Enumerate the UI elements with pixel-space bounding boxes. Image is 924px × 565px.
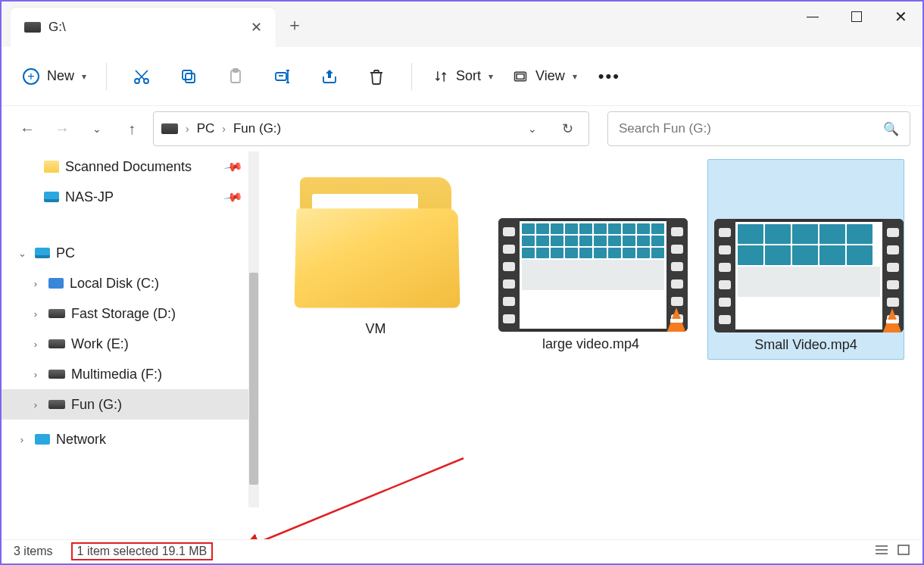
video-item[interactable]: large video.mp4 <box>492 159 689 358</box>
status-bar: 3 items 1 item selected 19.1 MB <box>3 539 921 562</box>
chevron-down-icon[interactable]: ⌄ <box>15 248 29 259</box>
chevron-right-icon[interactable]: › <box>29 308 42 320</box>
sidebar-item-pc[interactable]: ⌄ PC <box>2 238 259 268</box>
new-button[interactable]: + New ▾ <box>18 62 91 91</box>
pc-icon <box>35 248 50 258</box>
nav-bar: ← → ⌄ ↑ › PC › Fun (G:) ⌄ ↻ Search Fun (… <box>2 106 922 151</box>
svg-point-0 <box>135 79 139 83</box>
network-icon <box>35 434 50 445</box>
drive-icon <box>48 370 65 379</box>
chevron-right-icon[interactable]: › <box>29 339 42 350</box>
drive-icon <box>24 22 41 33</box>
search-placeholder: Search Fun (G:) <box>619 121 711 136</box>
delete-button[interactable] <box>357 61 396 92</box>
plus-icon: + <box>23 68 39 85</box>
tab-current[interactable]: G:\ ✕ <box>11 8 276 47</box>
status-item-count: 3 items <box>14 545 53 558</box>
scrollbar-thumb[interactable] <box>249 273 258 485</box>
sidebar: Scanned Documents 📌 NAS-JP 📌 ⌄ PC › Loca… <box>2 151 259 551</box>
pin-icon[interactable]: 📌 <box>223 186 243 207</box>
paste-button[interactable] <box>216 61 255 92</box>
scrollbar[interactable] <box>248 151 259 507</box>
sidebar-item-work-e[interactable]: › Work (E:) <box>2 329 259 359</box>
folder-icon <box>292 173 459 317</box>
sidebar-item-multimedia-f[interactable]: › Multimedia (F:) <box>2 359 259 389</box>
back-button[interactable]: ← <box>14 115 41 142</box>
chevron-right-icon[interactable]: › <box>222 123 226 135</box>
video-item-selected[interactable]: Small Video.mp4 <box>707 159 904 360</box>
rename-button[interactable] <box>263 61 302 92</box>
drive-icon <box>48 278 64 289</box>
share-button[interactable] <box>310 61 349 92</box>
forward-button[interactable]: → <box>48 115 76 142</box>
sidebar-item-fun-g[interactable]: › Fun (G:) <box>2 389 259 420</box>
svg-rect-13 <box>898 545 909 554</box>
search-input[interactable]: Search Fun (G:) 🔍 <box>607 111 910 146</box>
refresh-button[interactable]: ↻ <box>554 115 581 142</box>
folder-item[interactable]: VM <box>277 159 474 343</box>
svg-point-1 <box>144 79 148 83</box>
vlc-cone-icon <box>662 304 688 332</box>
folder-icon <box>44 161 59 173</box>
cut-button[interactable] <box>122 61 161 92</box>
vlc-cone-icon <box>878 305 904 332</box>
breadcrumb-drive[interactable]: Fun (G:) <box>233 121 281 136</box>
sidebar-item-local-disk-c[interactable]: › Local Disk (C:) <box>2 268 259 298</box>
minimize-button[interactable]: — <box>791 2 835 32</box>
chevron-right-icon[interactable]: › <box>15 434 29 445</box>
view-button[interactable]: View ▾ <box>507 68 583 84</box>
file-grid[interactable]: VM large video.mp4 <box>259 151 922 551</box>
svg-rect-3 <box>183 70 192 80</box>
chevron-down-icon: ▾ <box>489 71 493 82</box>
drive-icon <box>48 309 65 318</box>
tab-close-button[interactable]: ✕ <box>251 19 262 36</box>
sidebar-item-scanned-documents[interactable]: Scanned Documents 📌 <box>2 151 259 182</box>
svg-rect-2 <box>186 73 195 83</box>
chevron-right-icon[interactable]: › <box>186 123 189 135</box>
search-icon: 🔍 <box>883 121 899 137</box>
chevron-down-icon: ▾ <box>573 71 577 82</box>
breadcrumb-pc[interactable]: PC <box>197 121 215 136</box>
history-chevron-icon[interactable]: ⌄ <box>519 115 546 142</box>
address-bar[interactable]: › PC › Fun (G:) ⌄ ↻ <box>153 111 589 146</box>
sidebar-item-network[interactable]: › Network <box>2 424 259 454</box>
more-button[interactable]: ••• <box>591 67 628 86</box>
window-controls: — ✕ <box>791 2 922 32</box>
new-tab-button[interactable]: ＋ <box>286 14 303 36</box>
toolbar: + New ▾ Sort ▾ View ▾ ••• <box>2 47 922 106</box>
tab-title: G:\ <box>48 20 66 35</box>
chevron-right-icon[interactable]: › <box>29 399 42 410</box>
sidebar-item-fast-storage-d[interactable]: › Fast Storage (D:) <box>2 298 259 329</box>
icons-view-button[interactable] <box>897 544 910 559</box>
up-button[interactable]: ↑ <box>118 115 145 142</box>
maximize-button[interactable] <box>835 2 879 32</box>
svg-rect-8 <box>517 73 524 79</box>
main-area: Scanned Documents 📌 NAS-JP 📌 ⌄ PC › Loca… <box>2 151 922 551</box>
drive-icon <box>48 339 65 348</box>
drive-icon <box>48 400 65 409</box>
sidebar-item-nas-jp[interactable]: NAS-JP 📌 <box>2 182 259 212</box>
video-thumbnail-icon <box>714 219 904 332</box>
close-window-button[interactable]: ✕ <box>879 2 922 32</box>
copy-button[interactable] <box>169 61 208 92</box>
recent-button[interactable]: ⌄ <box>83 115 111 142</box>
sort-button[interactable]: Sort ▾ <box>427 68 499 84</box>
chevron-down-icon: ▾ <box>82 71 86 82</box>
svg-rect-6 <box>276 73 286 80</box>
details-view-button[interactable] <box>874 544 889 559</box>
monitor-icon <box>44 192 59 202</box>
video-thumbnail-icon <box>498 218 688 332</box>
chevron-right-icon[interactable]: › <box>29 369 42 380</box>
drive-icon <box>161 123 178 134</box>
chevron-right-icon[interactable]: › <box>29 278 42 289</box>
status-selection: 1 item selected 19.1 MB <box>71 542 214 560</box>
title-bar: G:\ ✕ ＋ — ✕ <box>2 2 922 47</box>
pin-icon[interactable]: 📌 <box>223 156 243 176</box>
